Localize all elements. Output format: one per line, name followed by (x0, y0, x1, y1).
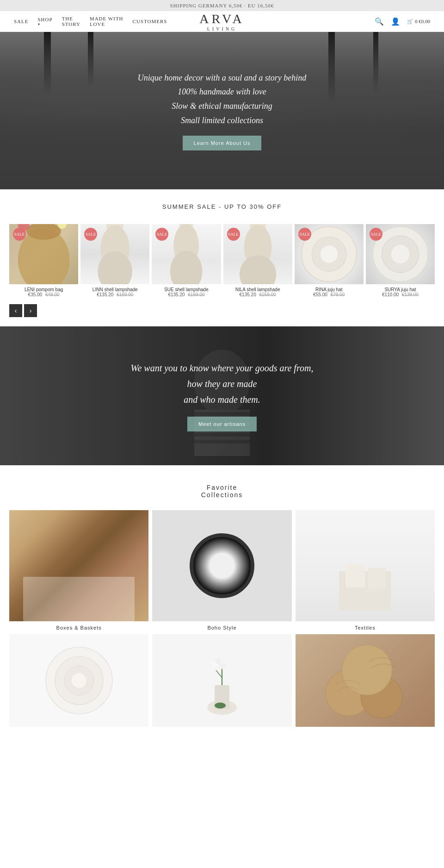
artisan-line2: how they are made (187, 379, 257, 389)
product-name-1: LINN shell lampshade (80, 287, 149, 292)
hero-line2: 100% handmade with love (178, 87, 266, 96)
main-nav: SALE SHOP ▾ THE STORY MADE WITH LOVE CUS… (0, 11, 444, 32)
hero-content: Unique home decor with a soul and a stor… (129, 62, 315, 160)
sale-badge-1: SALE (84, 228, 97, 241)
collection-label-textiles: Textiles (296, 625, 435, 631)
sale-badge-0: SALE (13, 228, 26, 241)
svg-point-15 (239, 255, 276, 284)
logo-sub-text: LIVING (199, 26, 245, 31)
product-name-2: SUE shell lampshade (152, 287, 221, 292)
product-card-5[interactable]: SALE SURYA juju hat €110.00 €139.00 (366, 224, 435, 297)
product-card-0[interactable]: SALE LENI pompom bag €35.00 €49.00 (9, 224, 78, 297)
collection-boho-style[interactable]: Boho Style (152, 510, 291, 631)
product-image-5: SALE (366, 224, 435, 284)
svg-point-21 (391, 245, 410, 263)
collection-img-balls (296, 634, 435, 727)
product-image-2: SALE (152, 224, 221, 284)
product-prices-5: €110.00 €139.00 (366, 292, 435, 297)
collection-img-boxes (9, 510, 148, 621)
hero-line1: Unique home decor with a soul and a stor… (138, 73, 306, 82)
hero-section: Unique home decor with a soul and a stor… (0, 32, 444, 189)
product-card-3[interactable]: SALE NILA shell lampshade €135.20 €169.0… (223, 224, 292, 297)
sale-badge-5: SALE (370, 228, 382, 241)
product-card-4[interactable]: SALE RINA juju hat €55.00 €79.00 (295, 224, 364, 297)
collections-title: FavoriteCollections (9, 484, 435, 499)
collection-boxes-baskets[interactable]: Boxes & Baskets (9, 510, 148, 631)
shop-arrow: ▾ (38, 22, 53, 26)
hero-line3: Slow & ethical manufacturing (172, 101, 272, 111)
product-prices-4: €55.00 €79.00 (295, 292, 364, 297)
product-image-1: SALE (80, 224, 149, 284)
svg-point-45 (220, 656, 228, 664)
collection-label-boho: Boho Style (152, 625, 291, 631)
product-prices-1: €135.20 €169.00 (80, 292, 149, 297)
collection-textiles[interactable]: Textiles (296, 510, 435, 631)
nav-customers[interactable]: CUSTOMERS (133, 19, 167, 24)
sale-badge-3: SALE (227, 228, 240, 241)
product-name-0: LENI pompom bag (9, 287, 78, 292)
nav-sale[interactable]: SALE (14, 19, 29, 24)
svg-point-46 (215, 703, 226, 709)
collection-img-boho (152, 510, 291, 621)
svg-rect-31 (345, 565, 365, 587)
artisan-section: We want you to know where your goods are… (0, 326, 444, 465)
nav-right: 🔍 👤 🛒 0 €0.00 (375, 17, 430, 26)
logo[interactable]: ARVA LIVING (199, 12, 245, 31)
collection-flowers[interactable] (152, 634, 291, 727)
svg-point-18 (321, 245, 338, 262)
product-card-1[interactable]: SALE LINN shell lampshade €135.20 €169.0… (80, 224, 149, 297)
carousel-prev-button[interactable]: ‹ (9, 304, 22, 317)
product-prices-2: €135.20 €169.00 (152, 292, 221, 297)
collection-img-juju (9, 634, 148, 727)
boho-circle-decoration (190, 533, 254, 598)
product-prices-3: €135.20 €169.00 (223, 292, 292, 297)
sale-badge-4: SALE (298, 228, 311, 241)
artisan-line3: and who made them. (184, 394, 260, 405)
product-card-2[interactable]: SALE SUE shell lampshade €135.20 €169.00 (152, 224, 221, 297)
carousel-controls: ‹ › (0, 302, 444, 326)
hero-learn-more-button[interactable]: Learn More About Us (183, 136, 262, 150)
collections-bottom-row (9, 634, 435, 727)
product-image-0: SALE (9, 224, 78, 284)
product-name-4: RINA juju hat (295, 287, 364, 292)
collection-img-flowers (152, 634, 291, 727)
shipping-text: SHIPPING GERMANY 6,50€ · EU 16,50€ (170, 3, 274, 8)
carousel-next-button[interactable]: › (24, 304, 37, 317)
product-name-3: NILA shell lampshade (223, 287, 292, 292)
collections-top-row: Boxes & Baskets Boho Style (9, 510, 435, 631)
product-prices-0: €35.00 €49.00 (9, 292, 78, 297)
product-image-4: SALE (295, 224, 364, 284)
nav-the-story[interactable]: THE STORY (62, 16, 80, 27)
artisan-content: We want you to know where your goods are… (122, 351, 323, 441)
svg-point-36 (72, 673, 86, 688)
svg-point-49 (342, 645, 392, 695)
collection-juju[interactable] (9, 634, 148, 727)
account-icon[interactable]: 👤 (391, 17, 400, 26)
collection-img-textiles (296, 510, 435, 621)
top-banner: SHIPPING GERMANY 6,50€ · EU 16,50€ (0, 0, 444, 11)
logo-main-text: ARVA (199, 12, 245, 26)
nav-left: SALE SHOP ▾ THE STORY MADE WITH LOVE CUS… (14, 16, 167, 27)
search-icon[interactable]: 🔍 (375, 17, 384, 26)
collection-label-boxes: Boxes & Baskets (9, 625, 148, 631)
artisan-line1: We want you to know where your goods are… (131, 363, 314, 373)
product-name-5: SURYA juju hat (366, 287, 435, 292)
nav-made-with-love[interactable]: MADE WITH LOVE (90, 16, 123, 27)
sale-title: SUMMER SALE - UP TO 30% OFF (9, 203, 435, 210)
products-carousel: SALE LENI pompom bag €35.00 €49.00 SALE (0, 217, 444, 302)
svg-rect-32 (368, 568, 386, 589)
hero-line4: Small limited collections (181, 116, 263, 125)
svg-point-12 (170, 251, 203, 284)
collection-balls[interactable] (296, 634, 435, 727)
cart-link[interactable]: 🛒 0 €0.00 (407, 19, 430, 25)
product-image-3: SALE (223, 224, 292, 284)
sale-section: SUMMER SALE - UP TO 30% OFF (0, 189, 444, 217)
artisan-meet-button[interactable]: Meet our artisans (187, 417, 257, 431)
collections-section: FavoriteCollections Boxes & Baskets Boho… (0, 465, 444, 736)
nav-shop-dropdown[interactable]: SHOP ▾ (38, 17, 53, 26)
